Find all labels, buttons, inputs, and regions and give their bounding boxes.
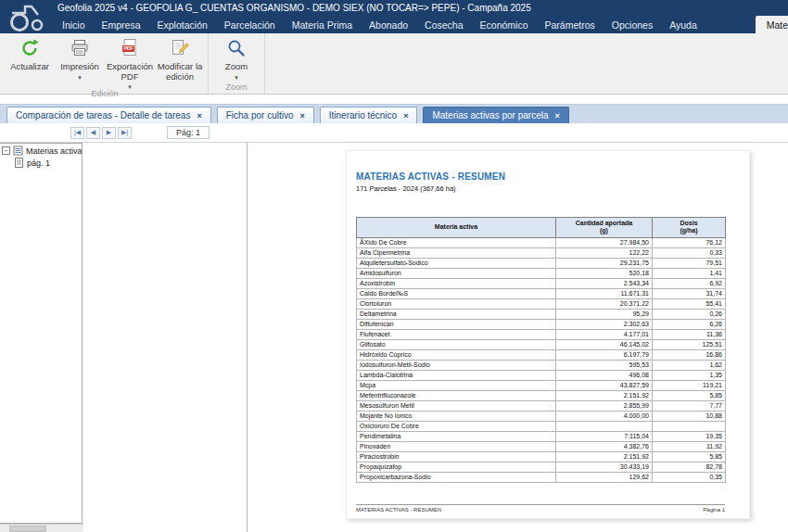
cell-value: 79,51 [653,258,726,268]
edit-report-button[interactable]: Modificar la edición [155,33,205,82]
cell-value: 2.151,92 [556,390,653,400]
col-header-1: Cantidad aportada(g) [556,218,653,238]
cell-value: 4.177,01 [556,329,653,339]
table-row: Oxicloruro De Cobre [357,421,726,431]
magnifier-icon [226,38,247,60]
tab-close-icon[interactable] [197,111,201,120]
menu-item-3[interactable]: Parcelación [216,16,284,33]
report-tree: Materias activas -Res pág. 1 [0,143,83,524]
menu-item-8[interactable]: Parámetros [537,16,604,33]
cell-materia-activa: Amidosulfuron [357,268,556,278]
menu-item-7[interactable]: Económico [472,16,537,33]
refresh-label: Actualizar [10,62,49,71]
cell-value: 7,77 [653,400,726,411]
cell-materia-activa: Clortoluron [357,298,556,309]
tree-item-page-1[interactable]: pág. 1 [0,156,82,168]
table-row: Mcpa43.827,59119,21 [357,380,726,390]
table-row: Azoxistrobin2.543,346,92 [357,278,726,288]
zoom-button[interactable]: Zoom [211,33,261,80]
menu-item-0[interactable]: Inicio [54,16,94,33]
tree-collapse-icon[interactable] [2,146,10,155]
ribbon-tab-materias-activas[interactable]: Materias activas por parcela [756,16,788,33]
doc-tab-label: Materias activas por parcela [432,110,548,120]
cell-value: 4.000,00 [556,411,653,421]
edit-pencil-icon [170,38,190,60]
export-pdf-button[interactable]: PDF Exportación PDF [105,33,155,89]
table-row: Caldo Bordel‰S11.671,3131,74 [357,288,726,298]
pager-last-button[interactable] [118,127,132,139]
tree-horizontal-scrollbar[interactable] [0,524,83,532]
cell-materia-activa: Propoxicarbazona-Sodio [357,472,556,482]
doc-tab-2[interactable]: Itinerario técnico [320,107,418,123]
cell-value: 595,53 [556,360,653,370]
menu-item-9[interactable]: Opciones [604,16,661,33]
tab-close-icon[interactable] [554,111,559,120]
cell-value [653,421,726,431]
cell-value: 19,35 [653,431,726,441]
app-window: Geofolia 2025 v4 - GEOFOLIA G_ CUENTAS O… [0,0,788,532]
doc-tab-label: Itinerario técnico [329,110,397,120]
svg-text:PDF: PDF [123,45,133,51]
cell-materia-activa: Iodosulfuron-Metil-Sodio [357,360,556,370]
table-row: Alfa Cipermetrina122,220,33 [357,247,726,258]
cell-value: 119,21 [653,380,726,390]
cell-value: 2.151,92 [556,451,653,462]
pager-toolbar: Pág: 1 [0,123,788,143]
menu-item-4[interactable]: Materia Prima [284,16,361,33]
cell-materia-activa: Hidróxido Cúprico [357,349,556,360]
cell-value: 0,33 [653,247,726,258]
menu-item-5[interactable]: Abonado [361,16,416,33]
pager-next-button[interactable] [102,127,116,139]
tab-close-icon[interactable] [300,111,305,120]
cell-materia-activa: Alquiletersulfato-Sodico [357,258,556,268]
table-row: Clortoluron20.371,2255,41 [357,298,726,309]
page-number-field[interactable]: Pág: 1 [167,126,210,139]
cell-materia-activa: Deltametrina [357,309,556,319]
menu-item-6[interactable]: Cosecha [416,16,471,33]
ribbon-tab-label: Materias activas por parcela [767,19,788,31]
cell-materia-activa: Azoxistrobin [357,278,556,288]
ribbon-group-edicion: Actualizar Impresión [2,33,209,94]
scrollbar-thumb[interactable] [9,526,46,532]
cell-value: 11,92 [653,441,726,451]
cell-value: 0,26 [653,309,726,319]
print-button[interactable]: Impresión [55,33,105,80]
cell-value: 7.115,04 [556,431,653,441]
cell-value: 11,36 [653,329,726,339]
menu-item-1[interactable]: Empresa [94,16,149,33]
col-header-0: Materia activa [357,218,556,238]
dropdown-arrow-icon [78,74,82,80]
footer-left-text: MATERIAS ACTIVAS - RESUMEN [356,507,441,513]
cell-value: 5,85 [653,390,726,400]
pager-first-button[interactable] [70,127,84,139]
cell-value: 27.984,50 [556,237,653,247]
table-row: Alquiletersulfato-Sodico29.231,7579,51 [357,258,726,268]
window-title: Geofolia 2025 v4 - GEOFOLIA G_ CUENTAS O… [57,3,531,13]
refresh-button[interactable]: Actualizar [5,33,55,72]
col-header-unit: (g) [558,227,650,234]
cell-materia-activa: Glifosato [357,339,556,349]
doc-tab-label: Comparación de tareas - Detalle de tarea… [16,110,190,120]
cell-value: 55,41 [653,298,726,309]
pager-previous-button[interactable] [86,127,100,139]
cell-value: 0,35 [653,472,726,482]
doc-tab-1[interactable]: Ficha por cultivo [217,107,314,123]
cell-value: 496,08 [556,370,653,380]
report-page-footer: MATERIAS ACTIVAS - RESUMEN Página 1 [356,504,725,513]
menu-item-10[interactable]: Ayuda [661,16,705,33]
tab-close-icon[interactable] [403,111,408,120]
print-label: Impresión [60,62,99,71]
cell-value: 1,41 [653,268,726,278]
report-subtitle: 171 Parcelas - 2024 (367,66 ha) [356,184,749,193]
tree-item-root[interactable]: Materias activas -Res [0,144,82,156]
cell-value: 30.433,19 [556,462,653,472]
doc-tab-3[interactable]: Materias activas por parcela [423,107,568,123]
table-row: Propaquizafop30.433,1982,78 [357,462,726,472]
doc-tab-0[interactable]: Comparación de tareas - Detalle de tarea… [6,107,211,123]
cell-value: 125,51 [653,339,726,349]
tree-root-label: Materias activas -Res [26,146,82,156]
cell-value: 5,85 [653,451,726,462]
printer-icon [70,38,90,60]
ribbon-group-edicion-label: Edición [5,89,205,100]
menu-item-2[interactable]: Explotación [149,16,216,33]
